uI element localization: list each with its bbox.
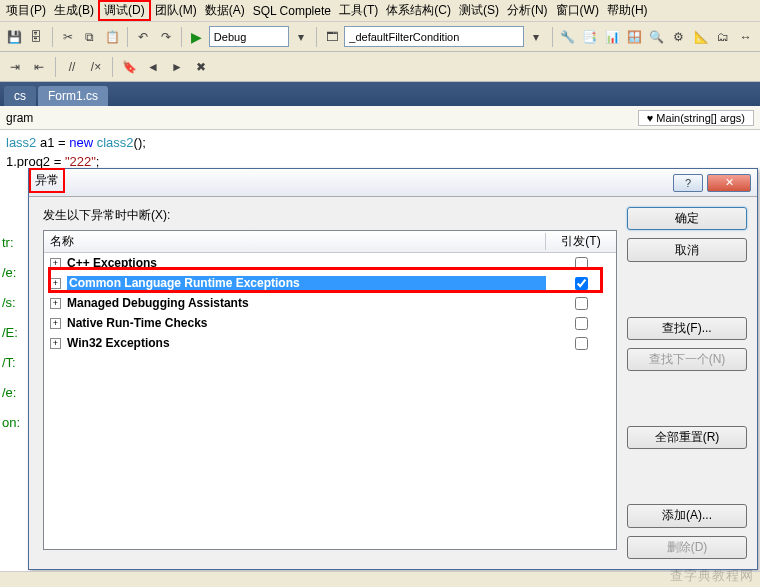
properties-icon[interactable]: 🗔 xyxy=(322,26,342,48)
thrown-checkbox[interactable] xyxy=(575,297,588,310)
gutter-text: /e: xyxy=(2,258,28,288)
exception-row[interactable]: +Native Run-Time Checks xyxy=(44,313,616,333)
exception-row[interactable]: +C++ Exceptions xyxy=(44,253,616,273)
tool-icon[interactable]: 📐 xyxy=(691,26,711,48)
document-tabs: csForm1.cs xyxy=(0,82,760,106)
save-all-icon[interactable]: 🗄 xyxy=(26,26,46,48)
dropdown-icon[interactable]: ▾ xyxy=(526,26,546,48)
exception-name: Managed Debugging Assistants xyxy=(67,296,546,310)
code-token: "222" xyxy=(65,154,96,169)
exceptions-dialog: 异常 ? ✕ 发生以下异常时中断(X): 名称 引发(T) +C++ Excep… xyxy=(28,168,758,570)
highlight-box: 异常 xyxy=(29,168,65,193)
code-token: 1.proq2 = xyxy=(6,154,65,169)
bookmark-icon[interactable]: 🔖 xyxy=(118,56,140,78)
tool-icon[interactable]: 🔍 xyxy=(647,26,667,48)
save-icon[interactable]: 💾 xyxy=(4,26,24,48)
separator xyxy=(181,27,182,47)
menu-item[interactable]: 数据(A) xyxy=(201,0,249,21)
menu-item[interactable]: 生成(B) xyxy=(50,0,98,21)
expand-icon[interactable]: + xyxy=(50,318,61,329)
tool-icon[interactable]: 🪟 xyxy=(624,26,644,48)
start-debug-icon[interactable]: ▶ xyxy=(187,26,207,48)
bookmark-prev-icon[interactable]: ◄ xyxy=(142,56,164,78)
exceptions-list: 名称 引发(T) +C++ Exceptions+Common Language… xyxy=(43,230,617,550)
menu-item[interactable]: 调试(D) xyxy=(98,0,151,21)
thrown-checkbox[interactable] xyxy=(575,277,588,290)
dialog-right-pane: 确定 取消 查找(F)... 查找下一个(N) 全部重置(R) 添加(A)...… xyxy=(627,197,757,569)
redo-icon[interactable]: ↷ xyxy=(155,26,175,48)
menu-item[interactable]: 团队(M) xyxy=(151,0,201,21)
toolbar-secondary: ⇥ ⇤ // /× 🔖 ◄ ► ✖ xyxy=(0,52,760,82)
exception-row[interactable]: +Common Language Runtime Exceptions xyxy=(44,273,616,293)
column-name[interactable]: 名称 xyxy=(44,233,546,250)
tool-icon[interactable]: 🗂 xyxy=(713,26,733,48)
expand-icon[interactable]: + xyxy=(50,298,61,309)
indent-icon[interactable]: ⇥ xyxy=(4,56,26,78)
breadcrumb-left[interactable]: gram xyxy=(6,111,33,125)
ok-button[interactable]: 确定 xyxy=(627,207,747,230)
bookmark-clear-icon[interactable]: ✖ xyxy=(190,56,212,78)
exception-name: Common Language Runtime Exceptions xyxy=(67,276,546,290)
expand-icon[interactable]: + xyxy=(50,258,61,269)
thrown-checkbox[interactable] xyxy=(575,337,588,350)
watermark: 查字典教程网 xyxy=(670,567,754,585)
exception-row[interactable]: +Managed Debugging Assistants xyxy=(44,293,616,313)
comment-icon[interactable]: // xyxy=(61,56,83,78)
cut-icon[interactable]: ✂ xyxy=(57,26,77,48)
code-token: (); xyxy=(134,135,146,150)
delete-button: 删除(D) xyxy=(627,536,747,559)
menu-item[interactable]: 体系结构(C) xyxy=(382,0,455,21)
thrown-checkbox[interactable] xyxy=(575,257,588,270)
code-token: a1 = xyxy=(36,135,69,150)
menu-item[interactable]: 项目(P) xyxy=(2,0,50,21)
tool-icon[interactable]: 🔧 xyxy=(557,26,577,48)
menu-item[interactable]: 窗口(W) xyxy=(552,0,603,21)
tool-icon[interactable]: ↔ xyxy=(736,26,756,48)
tool-icon[interactable]: 📑 xyxy=(580,26,600,48)
close-button[interactable]: ✕ xyxy=(707,174,751,192)
find-button[interactable]: 查找(F)... xyxy=(627,317,747,340)
column-thrown[interactable]: 引发(T) xyxy=(546,233,616,250)
filter-combo[interactable]: _defaultFilterCondition xyxy=(344,26,524,47)
reset-all-button[interactable]: 全部重置(R) xyxy=(627,426,747,449)
outdent-icon[interactable]: ⇤ xyxy=(28,56,50,78)
cancel-button[interactable]: 取消 xyxy=(627,238,747,261)
thrown-checkbox[interactable] xyxy=(575,317,588,330)
exception-row[interactable]: +Win32 Exceptions xyxy=(44,333,616,353)
menu-bar: 项目(P)生成(B)调试(D)团队(M)数据(A)SQL Complete工具(… xyxy=(0,0,760,22)
dialog-left-pane: 发生以下异常时中断(X): 名称 引发(T) +C++ Exceptions+C… xyxy=(29,197,627,569)
menu-item[interactable]: 测试(S) xyxy=(455,0,503,21)
separator xyxy=(316,27,317,47)
expand-icon[interactable]: + xyxy=(50,338,61,349)
copy-icon[interactable]: ⧉ xyxy=(80,26,100,48)
bookmark-next-icon[interactable]: ► xyxy=(166,56,188,78)
help-button[interactable]: ? xyxy=(673,174,703,192)
gutter-text: /e: xyxy=(2,378,28,408)
status-bar xyxy=(0,571,760,587)
configuration-combo[interactable]: Debug xyxy=(209,26,289,47)
dialog-titlebar: 异常 ? ✕ xyxy=(29,169,757,197)
separator xyxy=(52,27,53,47)
dropdown-icon[interactable]: ▾ xyxy=(291,26,311,48)
menu-item[interactable]: 帮助(H) xyxy=(603,0,652,21)
member-dropdown[interactable]: ♥ Main(string[] args) xyxy=(638,110,754,126)
menu-item[interactable]: 工具(T) xyxy=(335,0,382,21)
separator xyxy=(552,27,553,47)
exception-name: Win32 Exceptions xyxy=(67,336,546,350)
paste-icon[interactable]: 📋 xyxy=(102,26,122,48)
tool-icon[interactable]: ⚙ xyxy=(669,26,689,48)
code-token: new xyxy=(69,135,93,150)
document-tab[interactable]: cs xyxy=(4,86,36,106)
separator xyxy=(55,57,56,77)
menu-item[interactable]: 分析(N) xyxy=(503,0,552,21)
uncomment-icon[interactable]: /× xyxy=(85,56,107,78)
document-tab[interactable]: Form1.cs xyxy=(38,86,108,106)
thrown-cell xyxy=(546,336,616,350)
expand-icon[interactable]: + xyxy=(50,278,61,289)
tool-icon[interactable]: 📊 xyxy=(602,26,622,48)
code-token: class2 xyxy=(97,135,134,150)
undo-icon[interactable]: ↶ xyxy=(133,26,153,48)
thrown-cell xyxy=(546,256,616,270)
menu-item[interactable]: SQL Complete xyxy=(249,2,335,20)
add-button[interactable]: 添加(A)... xyxy=(627,504,747,527)
